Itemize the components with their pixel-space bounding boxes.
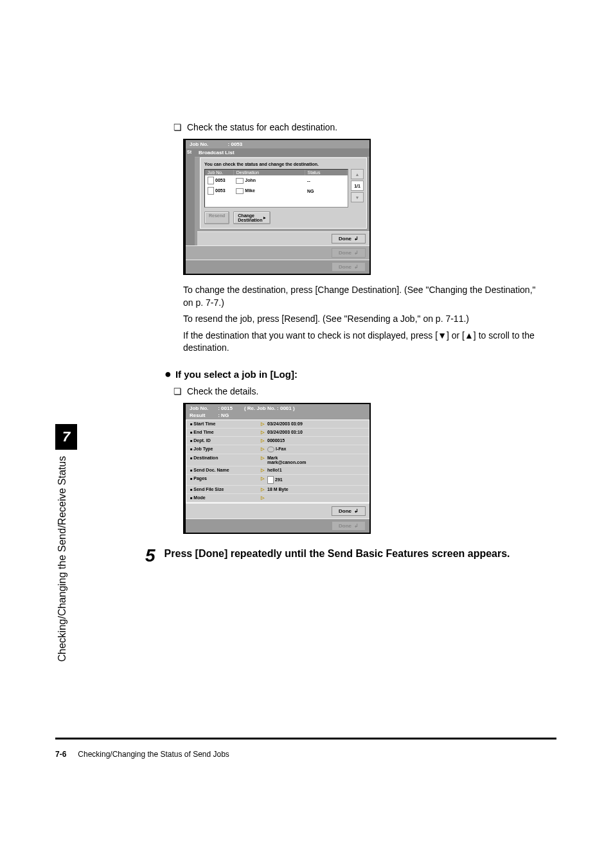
done-button-dim: Done↲	[332, 521, 366, 531]
detail-key: Send File Size	[190, 487, 261, 492]
ss1-table: Job No. Destination Status 0053 John --	[204, 169, 348, 208]
triangle-right-icon: ▷	[261, 495, 267, 500]
triangle-right-icon: ▷	[261, 456, 267, 461]
step-number-5: 5	[145, 547, 155, 565]
detail-row: Destination▷Mark mark@canon.com	[186, 454, 369, 466]
detail-value: hello!1	[267, 468, 365, 472]
detail-key: Mode	[190, 495, 261, 500]
detail-value: 18 M Byte	[267, 487, 365, 492]
triangle-right-icon: ▷	[261, 476, 267, 481]
hdr-re-value: : 0001 )	[277, 405, 295, 411]
detail-key: Job Type	[190, 447, 261, 451]
ss1-jobno-value: : 0053	[228, 141, 243, 147]
col-destination: Destination	[233, 170, 305, 175]
detail-key: Start Time	[190, 421, 261, 426]
detail-row: Job Type▷I-Fax	[186, 445, 369, 454]
detail-key: Destination	[190, 456, 261, 460]
detail-row: Pages▷291	[186, 475, 369, 486]
detail-value: 291	[267, 476, 365, 484]
done-button[interactable]: Done↲	[332, 506, 366, 516]
job-details-screenshot: Job No. : 0015 ( Re. Job No. : 0001 ) Re…	[183, 403, 540, 534]
detail-row: Send Doc. Name▷hello!1	[186, 466, 369, 475]
bullet-check-status: ❏ Check the status for each destination.	[90, 122, 540, 132]
detail-key: Dept. ID	[190, 438, 261, 443]
triangle-right-icon: ▷	[261, 468, 267, 473]
square-bullet-icon: ❏	[173, 386, 182, 396]
change-destination-button[interactable]: Change Destination▸	[233, 211, 271, 224]
detail-row: End Time▷03/24/2003 03:10	[186, 429, 369, 437]
ss1-jobno-label: Job No.	[190, 141, 208, 147]
bullet-text: Check the details.	[187, 386, 258, 396]
detail-key: Send Doc. Name	[190, 468, 261, 472]
ss1-sub-tab: St	[186, 148, 195, 245]
footer-title: Checking/Changing the Status of Send Job…	[78, 750, 229, 759]
para-scroll: If the destination that you want to chec…	[183, 330, 540, 355]
envelope-icon	[236, 178, 244, 184]
detail-row: Start Time▷03/24/2003 03:09	[186, 420, 369, 429]
hdr-job-label: Job No.	[190, 405, 217, 411]
chevron-right-icon: ▸	[263, 215, 266, 220]
table-row[interactable]: 0053 Mike NG	[205, 186, 348, 196]
para-change-destination: To change the destination, press [Change…	[183, 284, 540, 309]
detail-key: End Time	[190, 430, 261, 434]
detail-row: Mode▷	[186, 494, 369, 502]
triangle-right-icon: ▷	[261, 487, 267, 492]
triangle-down-icon: ▼	[438, 330, 447, 341]
document-icon	[208, 177, 214, 184]
step-5-text: Press [Done] repeatedly until the Send B…	[164, 547, 510, 561]
hdr-re-label: ( Re. Job No.	[244, 405, 276, 411]
ifax-icon	[267, 447, 274, 452]
scroll-counter: 1/1	[351, 181, 364, 191]
resend-button[interactable]: Resend	[204, 211, 229, 224]
hdr-result-value: : NG	[218, 412, 229, 418]
envelope-icon	[236, 188, 244, 194]
bullet-check-details: ❏ Check the details.	[90, 386, 540, 396]
square-bullet-icon: ❏	[173, 122, 182, 132]
return-icon: ↲	[354, 508, 359, 514]
page-number: 7-6	[55, 750, 66, 759]
ss1-subheader: Broadcast List	[195, 148, 369, 157]
table-row[interactable]: 0053 John --	[205, 175, 348, 186]
detail-value: 03/24/2003 03:10	[267, 430, 365, 434]
detail-row: Send File Size▷18 M Byte	[186, 486, 369, 494]
footer-rule	[55, 738, 556, 740]
scroll-down-button[interactable]: ▼	[351, 192, 364, 202]
detail-key: Pages	[190, 476, 261, 481]
triangle-right-icon: ▷	[261, 447, 267, 452]
footer: 7-6 Checking/Changing the Status of Send…	[55, 750, 229, 759]
page-icon	[267, 476, 274, 484]
hdr-result-label: Result	[190, 412, 217, 418]
detail-row: Dept. ID▷0000015	[186, 437, 369, 445]
col-status: Status	[305, 170, 347, 175]
triangle-up-icon: ▲	[465, 330, 474, 341]
para-resend: To resend the job, press [Resend]. (See …	[183, 313, 540, 326]
detail-value: Mark mark@canon.com	[267, 456, 365, 465]
bullet-text: Check the status for each destination.	[187, 122, 337, 132]
chapter-tab: 7	[55, 424, 77, 450]
done-button-dim: Done↲	[332, 262, 366, 272]
hdr-job-value: : 0015	[218, 405, 233, 411]
detail-value: 03/24/2003 03:09	[267, 421, 365, 426]
done-button-dim: Done↲	[332, 248, 366, 258]
subheading-log: ●If you select a job in [Log]:	[164, 368, 540, 381]
sidebar-vertical-label: Checking/Changing the Send/Receive Statu…	[57, 456, 68, 662]
detail-value: I-Fax	[267, 447, 365, 452]
document-icon	[208, 187, 214, 195]
bullet-dot-icon: ●	[164, 368, 172, 380]
triangle-right-icon: ▷	[261, 438, 267, 443]
scroll-up-button[interactable]: ▲	[351, 169, 364, 179]
triangle-right-icon: ▷	[261, 421, 267, 427]
detail-value: 0000015	[267, 438, 365, 443]
broadcast-list-screenshot: Job No. : 0053 St Broadcast List You can…	[183, 139, 540, 275]
triangle-right-icon: ▷	[261, 430, 267, 435]
ss1-hint: You can check the status and change the …	[204, 162, 362, 166]
return-icon: ↲	[354, 236, 359, 242]
col-jobno: Job No.	[205, 170, 233, 175]
done-button[interactable]: Done↲	[332, 234, 366, 244]
